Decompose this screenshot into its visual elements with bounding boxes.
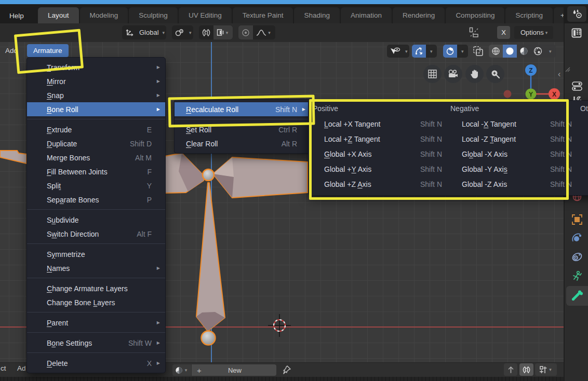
workspace-tab-uv-editing[interactable]: UV Editing (179, 7, 232, 23)
menu-item-extrude[interactable]: ExtrudeE (27, 123, 165, 137)
menu-item-global-z-axis[interactable]: Global -Z AxisShift N (446, 176, 576, 192)
properties-tab-physics[interactable] (568, 230, 586, 246)
snap-toggle-button[interactable] (199, 25, 213, 39)
bone-joint-bottom[interactable] (202, 331, 216, 345)
submenu-arrow-icon: ▶ (154, 107, 160, 112)
menu-item-label: Symmetrize (47, 250, 85, 258)
menu-item-switch-direction[interactable]: Switch DirectionAlt F (27, 227, 165, 241)
workspace-tab-animation[interactable]: Animation (341, 7, 392, 23)
snap-settings-dropdown[interactable]: ▾ (213, 25, 233, 39)
bottom-snap-settings-dropdown[interactable]: ▾ (535, 363, 557, 376)
properties-tab-constraints[interactable] (568, 249, 586, 265)
properties-tab-bone[interactable] (568, 288, 586, 303)
properties-tab-tool-settings[interactable] (568, 78, 586, 94)
menu-separator (27, 275, 165, 281)
menu-item-recalculate-roll[interactable]: Recalculate RollShift N▶ (175, 102, 311, 116)
datablock-new-button[interactable]: + New (192, 364, 276, 376)
chevron-down-icon: ▾ (547, 367, 553, 372)
menu-item-global-y-axis[interactable]: Global +Y AxisShift N (309, 161, 446, 176)
properties-tab-object[interactable] (568, 212, 586, 227)
transform-orientation-dropdown[interactable]: Global ▾ (122, 25, 166, 39)
menu-item-mirror[interactable]: Mirror▶ (27, 74, 165, 88)
bone-vertical[interactable] (196, 183, 225, 331)
mirror-x-toggle[interactable]: X (497, 26, 510, 39)
properties-tab-object-data[interactable] (568, 268, 586, 284)
menu-item-snap[interactable]: Snap▶ (27, 88, 165, 102)
menu-item-shortcut: Shift W (119, 339, 152, 347)
menu-item-local-x-tangent[interactable]: Local +X TangentShift N (309, 116, 446, 131)
workspace-tab-modeling[interactable]: Modeling (80, 7, 128, 23)
menu-item-global-x-axis[interactable]: Global -X AxisShift N (446, 146, 576, 161)
menu-item-set-roll[interactable]: Set RollCtrl R (175, 123, 311, 137)
menu-item-transform[interactable]: Transform▶ (27, 60, 165, 74)
menu-separator (27, 309, 165, 316)
magnet-icon (523, 365, 530, 374)
menu-column-header: Other (576, 101, 588, 116)
menu-item-label: Extrude (47, 126, 72, 134)
menu-item-symmetrize[interactable]: Symmetrize (27, 247, 165, 261)
menu-separator (175, 116, 311, 123)
menu-item-split[interactable]: SplitY (27, 179, 165, 193)
menu-item-change-armature-layers[interactable]: Change Armature Layers (27, 281, 165, 295)
window-top-strip (0, 0, 588, 4)
falloff-dropdown[interactable]: ▾ (253, 25, 275, 39)
options-dropdown[interactable]: Options ▾ (514, 26, 553, 39)
help-menu[interactable]: Help (5, 8, 28, 23)
menu-item-bone-roll[interactable]: Bone Roll▶ (27, 102, 165, 116)
brush-settings-button[interactable] (567, 6, 586, 22)
fake-user-pin-button[interactable] (282, 365, 291, 375)
menu-item-local-z-tangent[interactable]: Local -Z TangentShift N (446, 131, 576, 146)
bone-left-fragment[interactable] (0, 151, 26, 164)
menu-item-shortcut: Alt F (127, 230, 152, 238)
bottom-add-menu-cut[interactable]: Ad (17, 364, 26, 372)
workspace-tab-scripting[interactable]: Scripting (505, 7, 553, 23)
menu-item-label: Names (47, 264, 70, 273)
bone-joint-top[interactable] (203, 169, 214, 181)
area-corner-grip[interactable] (565, 66, 571, 73)
snap-grid-icon (539, 365, 547, 374)
object-icon (571, 213, 583, 226)
datablock-browse-button[interactable]: ▾ (172, 364, 191, 376)
menu-item-separate-bones[interactable]: Separate BonesP (27, 193, 165, 207)
menu-item-parent[interactable]: Parent▶ (27, 316, 165, 330)
menu-column-negative: NegativeLocal -X TangentShift NLocal -Z … (446, 101, 576, 195)
workspace-tab-compositing[interactable]: Compositing (446, 7, 504, 23)
menu-item-subdivide[interactable]: Subdivide (27, 213, 165, 227)
menu-item-label: Fill Between Joints (47, 168, 108, 176)
menu-item-global-z-axis[interactable]: Global +Z AxisShift N (309, 176, 446, 192)
proportional-edit-toggle[interactable] (238, 25, 253, 39)
menu-item-label: Global +Z Axis (324, 180, 371, 188)
workspace-tab-shading[interactable]: Shading (294, 7, 340, 23)
menu-item-shortcut: Shift N (541, 165, 572, 173)
armature-menu-popup: Transform▶Mirror▶Snap▶Bone Roll▶ExtrudeE… (26, 57, 166, 373)
menu-item-clear-roll[interactable]: Clear RollAlt R (175, 137, 311, 151)
menu-item-change-bone-layers[interactable]: Change Bone Layers (27, 295, 165, 309)
menu-item-local-x-tangent[interactable]: Local -X TangentShift N (446, 116, 576, 131)
menu-item-fill-between-joints[interactable]: Fill Between JointsF (27, 165, 165, 179)
pivot-point-dropdown[interactable]: ▾ (172, 25, 193, 39)
workspace-tab-rendering[interactable]: Rendering (393, 7, 445, 23)
menu-item-local-z-tangent[interactable]: Local +Z TangentShift N (309, 131, 446, 146)
bottom-snap-toggle[interactable] (519, 363, 533, 376)
bottom-select-menu-cut[interactable]: ct (1, 364, 6, 372)
menu-item-merge-bones[interactable]: Merge BonesAlt M (27, 151, 165, 165)
workspace-tab-sculpting[interactable]: Sculpting (129, 7, 178, 23)
properties-editor-button[interactable] (568, 25, 586, 41)
menu-item-bone-settings[interactable]: Bone SettingsShift W▶ (27, 336, 165, 350)
menu-item-names[interactable]: Names▶ (27, 261, 165, 275)
menu-item-label: Change Armature Layers (47, 284, 128, 293)
pushpin-icon (282, 365, 291, 375)
menu-item-duplicate[interactable]: DuplicateShift D (27, 137, 165, 151)
parent-up-button[interactable] (504, 363, 517, 376)
submenu-arrow-icon: ▶ (154, 361, 160, 365)
falloff-curve-icon (256, 29, 266, 36)
menu-item-delete[interactable]: DeleteX▶ (27, 356, 165, 370)
workspace-tab-layout[interactable]: Layout (38, 7, 79, 23)
menu-item-label: Snap (47, 91, 64, 100)
submenu-arrow-icon: ▶ (154, 341, 160, 345)
menu-item-global-y-axis[interactable]: Global -Y AxisShift N (446, 161, 576, 176)
menu-item-global-x-axis[interactable]: Global +X AxisShift N (309, 146, 446, 161)
workspace-tab-texture-paint[interactable]: Texture Paint (233, 7, 293, 23)
orientation-axes-icon (125, 29, 134, 37)
timeline-ruler-strip[interactable] (0, 377, 564, 381)
